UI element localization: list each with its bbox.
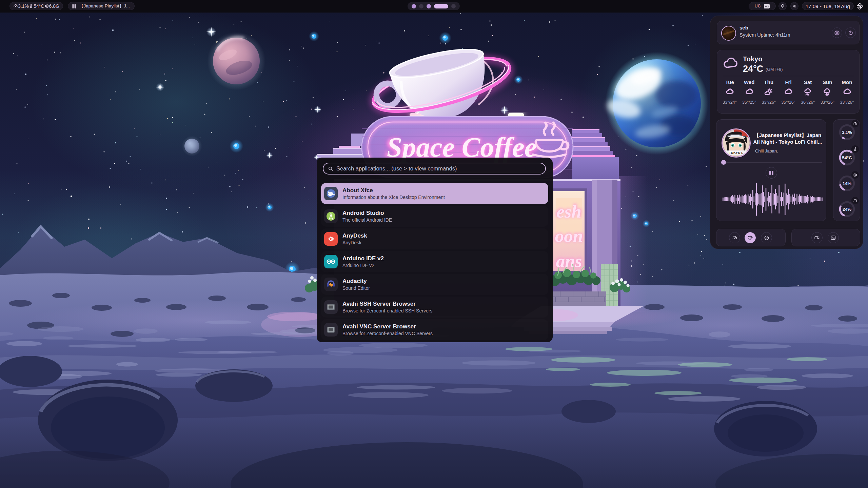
svg-text:ans: ans (556, 251, 582, 271)
svg-text:oon: oon (555, 226, 583, 246)
svg-text:esh: esh (556, 202, 581, 221)
svg-text:TOKYO L: TOKYO L (729, 151, 743, 155)
